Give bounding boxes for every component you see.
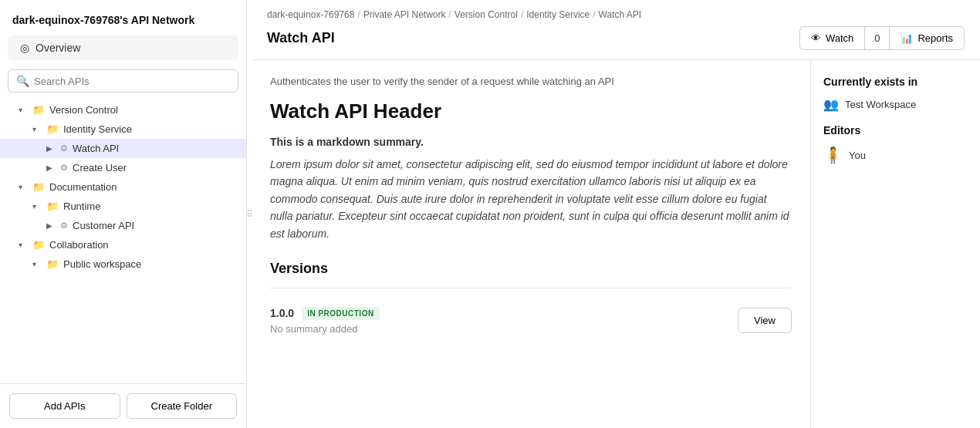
right-sidebar: Currently exists in 👥 Test Workspace Edi… xyxy=(810,60,980,428)
version-left: 1.0.0 IN PRODUCTION xyxy=(270,307,380,320)
search-input[interactable] xyxy=(34,76,230,87)
chevron-icon: ▶ xyxy=(46,221,57,230)
users-icon: 👥 xyxy=(823,97,839,112)
versions-title: Versions xyxy=(270,261,792,277)
sidebar-item-label: Watch API xyxy=(73,143,119,154)
currently-exists-title: Currently exists in xyxy=(823,76,968,88)
editors-title: Editors xyxy=(823,124,968,136)
reports-label: Reports xyxy=(917,32,953,44)
sidebar-item-label: Create User xyxy=(73,162,127,174)
watch-button[interactable]: 👁 Watch xyxy=(799,26,864,50)
workspace-name: Test Workspace xyxy=(845,99,916,110)
folder-icon: 📁 xyxy=(32,181,45,193)
chevron-icon: ▶ xyxy=(46,144,57,153)
api-icon: ⚙ xyxy=(60,143,68,153)
breadcrumb-separator: / xyxy=(593,9,595,20)
chevron-icon: ▾ xyxy=(32,260,43,268)
sidebar-footer: Add APIs Create Folder xyxy=(0,383,246,428)
content-area: Authenticates the user to verify the sen… xyxy=(252,60,980,428)
sidebar-item-documentation[interactable]: ▾ 📁 Documentation xyxy=(0,177,246,197)
page-header: Watch API 👁 Watch 0 📊 Reports xyxy=(252,20,980,60)
sidebar-item-label: Version Control xyxy=(49,104,118,116)
folder-icon: 📁 xyxy=(46,258,59,270)
editors-section: Editors 🧍 You xyxy=(823,124,968,164)
chevron-icon: ▾ xyxy=(19,183,29,191)
workspace-item: 👥 Test Workspace xyxy=(823,97,968,112)
markdown-body: Lorem ipsum dolor sit amet, consectetur … xyxy=(270,156,792,242)
api-header-title: Watch API Header xyxy=(270,99,792,123)
overview-icon: ◎ xyxy=(20,42,29,54)
chevron-icon: ▶ xyxy=(46,163,57,172)
sidebar-item-watch-api[interactable]: ▶ ⚙ Watch API xyxy=(0,139,246,158)
reports-button[interactable]: 📊 Reports xyxy=(889,26,965,50)
folder-icon: 📁 xyxy=(46,201,59,212)
sidebar-item-version-control[interactable]: ▾ 📁 Version Control xyxy=(0,100,246,120)
version-status-badge: IN PRODUCTION xyxy=(302,307,380,320)
view-version-button[interactable]: View xyxy=(738,308,792,333)
breadcrumb-item-identity-service[interactable]: Identity Service xyxy=(526,9,590,20)
sidebar-item-identity-service[interactable]: ▾ 📁 Identity Service xyxy=(0,120,246,139)
main-area: dark-equinox-769768 / Private API Networ… xyxy=(252,0,980,428)
main-content: Authenticates the user to verify the sen… xyxy=(252,60,810,428)
chevron-icon: ▾ xyxy=(32,125,43,133)
sidebar-title: dark-equinox-769768's API Network xyxy=(0,0,246,35)
folder-icon: 📁 xyxy=(32,104,45,116)
search-icon: 🔍 xyxy=(16,75,29,87)
version-info: 1.0.0 IN PRODUCTION No summary added xyxy=(270,307,380,335)
sidebar-item-label: Documentation xyxy=(49,181,117,193)
breadcrumb-item-private-api[interactable]: Private API Network xyxy=(363,9,446,20)
sidebar-overview-item[interactable]: ◎ Overview xyxy=(8,35,238,60)
search-box[interactable]: 🔍 xyxy=(8,69,238,93)
breadcrumb-separator: / xyxy=(357,9,360,20)
breadcrumb-separator: / xyxy=(521,9,523,20)
breadcrumb-item-network[interactable]: dark-equinox-769768 xyxy=(267,9,354,20)
breadcrumb: dark-equinox-769768 / Private API Networ… xyxy=(252,0,980,20)
api-description: Authenticates the user to verify the sen… xyxy=(270,76,792,87)
version-summary: No summary added xyxy=(270,320,380,335)
version-row: 1.0.0 IN PRODUCTION No summary added Vie… xyxy=(270,299,792,342)
watch-count: 0 xyxy=(864,26,889,50)
sidebar-item-label: Runtime xyxy=(63,201,100,212)
overview-label: Overview xyxy=(35,42,80,54)
api-icon: ⚙ xyxy=(60,221,68,231)
version-number: 1.0.0 xyxy=(270,307,294,319)
breadcrumb-item-current: Watch API xyxy=(599,9,642,20)
api-icon: ⚙ xyxy=(60,163,68,173)
version-divider xyxy=(270,288,792,288)
breadcrumb-item-version-control[interactable]: Version Control xyxy=(455,9,518,20)
folder-icon: 📁 xyxy=(32,239,45,251)
sidebar-item-label: Collaboration xyxy=(49,239,109,251)
eye-icon: 👁 xyxy=(811,32,821,44)
sidebar-item-customer-api[interactable]: ▶ ⚙ Customer API xyxy=(0,216,246,235)
chart-icon: 📊 xyxy=(901,32,913,44)
markdown-summary: This is a markdown summary. xyxy=(270,136,792,148)
chevron-icon: ▾ xyxy=(19,106,29,114)
header-actions: 👁 Watch 0 📊 Reports xyxy=(799,26,965,50)
sidebar-tree: ▾ 📁 Version Control ▾ 📁 Identity Service… xyxy=(0,100,246,383)
sidebar-item-label: Public workspace xyxy=(63,258,141,270)
sidebar: dark-equinox-769768's API Network ◎ Over… xyxy=(0,0,247,428)
sidebar-item-collaboration[interactable]: ▾ 📁 Collaboration xyxy=(0,235,246,254)
sidebar-item-create-user[interactable]: ▶ ⚙ Create User xyxy=(0,158,246,177)
sidebar-item-public-workspace[interactable]: ▾ 📁 Public workspace xyxy=(0,254,246,274)
watch-label: Watch xyxy=(826,32,853,44)
folder-icon: 📁 xyxy=(46,123,59,135)
editor-item: 🧍 You xyxy=(823,146,968,164)
page-title: Watch API xyxy=(267,30,335,46)
editor-name: You xyxy=(849,150,866,161)
sidebar-item-label: Identity Service xyxy=(63,123,132,135)
sidebar-item-runtime[interactable]: ▾ 📁 Runtime xyxy=(0,197,246,216)
sidebar-item-label: Customer API xyxy=(73,220,134,231)
breadcrumb-separator: / xyxy=(448,9,451,20)
add-apis-button[interactable]: Add APIs xyxy=(9,393,120,419)
avatar: 🧍 xyxy=(823,146,843,164)
create-folder-button[interactable]: Create Folder xyxy=(127,393,238,419)
chevron-icon: ▾ xyxy=(32,202,43,211)
chevron-icon: ▾ xyxy=(19,241,29,249)
